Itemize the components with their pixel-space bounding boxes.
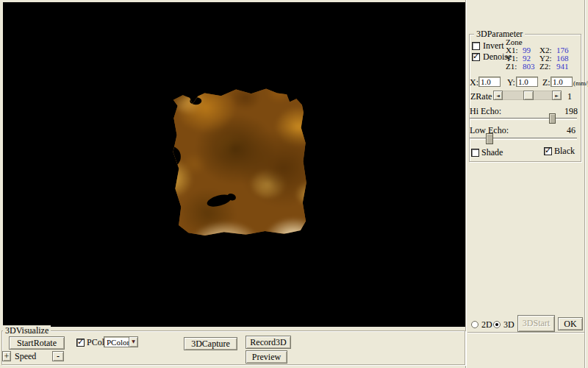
hi-echo-value: 198 (564, 107, 578, 116)
mode-2d-radio[interactable] (471, 321, 478, 328)
check-icon: ✓ (473, 52, 479, 61)
hi-echo-label: Hi Echo: (470, 107, 501, 116)
zrate-scrollbar-thumb[interactable] (523, 91, 534, 100)
pcolor-dropdown[interactable]: PColor ▼ (104, 336, 138, 347)
mode-3d-radio[interactable] (493, 321, 501, 328)
zrate-scrollbar[interactable]: ◄ ► (493, 91, 562, 100)
black-label: Black (554, 146, 575, 156)
visualize-group-title: 3DVisualize (3, 325, 51, 336)
shade-label: Shade (481, 148, 503, 158)
record3d-button[interactable]: Record3D (245, 336, 291, 349)
preview-button[interactable]: Preview (245, 350, 287, 364)
start-rotate-button[interactable]: StartRotate (9, 336, 65, 350)
scale-y-input[interactable] (516, 77, 538, 87)
window-right-border (584, 0, 586, 368)
scroll-left-icon[interactable]: ◄ (493, 91, 503, 100)
speed-minus-button[interactable]: - (52, 351, 64, 361)
black-checkbox[interactable]: ✓ (544, 147, 552, 155)
panel-divider (465, 0, 467, 368)
scroll-right-icon[interactable]: ► (552, 91, 562, 100)
low-echo-value: 46 (567, 126, 576, 135)
invert-label: Invert (483, 41, 504, 51)
3dcapture-button[interactable]: 3DCapture (184, 337, 237, 350)
scale-z-input[interactable] (551, 77, 573, 87)
scale-x-label: X: (470, 78, 478, 88)
zone-z2-label: Z2: (539, 62, 551, 71)
pcolor-dropdown-value: PColor (107, 338, 129, 347)
hi-echo-slider-thumb[interactable] (549, 113, 556, 124)
render-viewport[interactable] (3, 2, 465, 327)
zone-z1-value: 803 (523, 62, 535, 71)
speed-label: Speed (15, 352, 36, 361)
right-panel-separator (467, 332, 584, 333)
ok-button[interactable]: OK (558, 317, 583, 330)
scale-y-label: Y: (507, 78, 515, 88)
scale-z-label: Z: (542, 78, 551, 88)
check-icon: ✓ (545, 146, 551, 155)
check-icon: ✓ (77, 337, 84, 347)
volume-render-image[interactable] (169, 82, 309, 238)
dropdown-arrow-icon[interactable]: ▼ (129, 337, 137, 347)
zrate-value: 1 (567, 92, 572, 102)
pcolor-checkbox[interactable]: ✓ (76, 339, 85, 347)
zrate-label: ZRate (470, 92, 492, 102)
shade-checkbox[interactable]: ✓ (471, 149, 479, 157)
hi-echo-slider-track[interactable] (470, 118, 577, 120)
scale-x-input[interactable] (478, 77, 501, 87)
speed-plus-button[interactable]: + (2, 351, 11, 361)
scale-unit-label: (mm/p) (573, 79, 588, 88)
mode-3d-label: 3D (503, 320, 514, 330)
mode-2d-label: 2D (481, 320, 492, 330)
zone-z1-label: Z1: (506, 62, 517, 71)
3dstart-button[interactable]: 3DStart (517, 315, 555, 332)
denoise-checkbox[interactable]: ✓ (472, 53, 480, 61)
low-echo-slider-thumb[interactable] (486, 133, 493, 144)
render-texture (157, 70, 321, 250)
zone-z2-value: 941 (556, 62, 569, 71)
invert-checkbox[interactable]: ✓ (472, 42, 480, 50)
